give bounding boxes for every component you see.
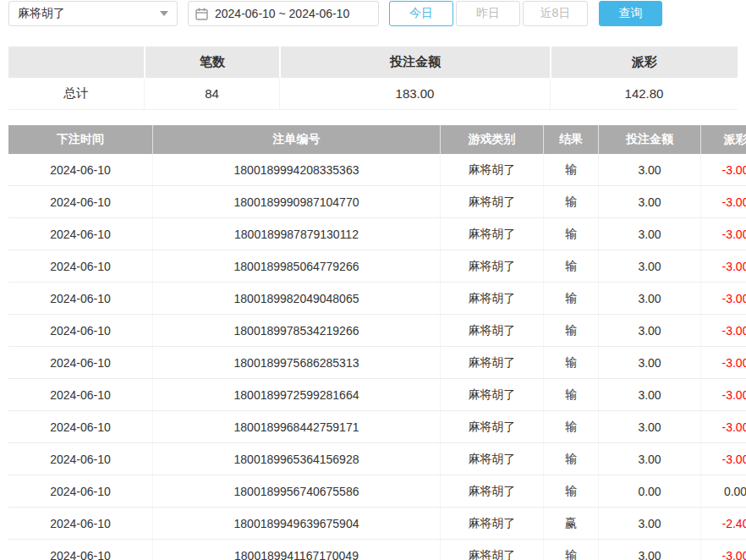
cell-bet-time: 2024-06-10 xyxy=(8,283,152,314)
table-row: 2024-06-10 1800189968442759171 麻将胡了 输 3.… xyxy=(8,411,746,443)
cell-bet-time: 2024-06-10 xyxy=(8,315,152,346)
table-row: 2024-06-10 1800189987879130112 麻将胡了 输 3.… xyxy=(8,218,746,250)
calendar-icon xyxy=(195,8,208,20)
header-game-type: 游戏类别 xyxy=(440,125,543,154)
cell-bet-time: 2024-06-10 xyxy=(8,508,152,539)
game-select[interactable]: 麻将胡了 xyxy=(8,1,178,26)
cell-bet-time: 2024-06-10 xyxy=(8,250,152,282)
cell-game-type: 麻将胡了 xyxy=(440,250,543,282)
cell-order-id: 1800189949639675904 xyxy=(152,508,440,539)
cell-game-type: 麻将胡了 xyxy=(440,411,543,442)
cell-bet-amount: 3.00 xyxy=(598,347,700,378)
cell-bet-time: 2024-06-10 xyxy=(8,475,152,507)
table-row: 2024-06-10 1800189985064779266 麻将胡了 输 3.… xyxy=(8,250,746,283)
table-row: 2024-06-10 1800189990987104770 麻将胡了 输 3.… xyxy=(8,186,746,218)
cell-result: 输 xyxy=(543,475,598,507)
table-row: 2024-06-10 1800189994208335363 麻将胡了 输 3.… xyxy=(8,154,746,186)
cell-result: 输 xyxy=(543,250,598,282)
cell-result: 输 xyxy=(543,347,598,378)
cell-payout: -3.00 xyxy=(700,186,746,217)
header-bet-time: 下注时间 xyxy=(8,125,152,154)
cell-game-type: 麻将胡了 xyxy=(440,443,543,475)
cell-bet-amount: 3.00 xyxy=(598,379,700,410)
today-button[interactable]: 今日 xyxy=(389,1,453,26)
cell-game-type: 麻将胡了 xyxy=(440,379,543,410)
last-8-days-button[interactable]: 近8日 xyxy=(523,1,588,26)
date-range-input[interactable]: 2024-06-10 ~ 2024-06-10 xyxy=(188,1,379,26)
cell-order-id: 1800189994208335363 xyxy=(152,154,440,185)
cell-game-type: 麻将胡了 xyxy=(440,186,543,217)
table-row: 2024-06-10 1800189965364156928 麻将胡了 输 3.… xyxy=(8,443,746,475)
summary-header-blank xyxy=(8,47,144,78)
yesterday-button[interactable]: 昨日 xyxy=(456,1,520,26)
cell-result: 输 xyxy=(543,379,598,410)
cell-bet-amount: 3.00 xyxy=(598,186,700,217)
cell-order-id: 1800189972599281664 xyxy=(152,379,440,410)
cell-order-id: 1800189987879130112 xyxy=(152,218,440,250)
cell-bet-time: 2024-06-10 xyxy=(8,540,152,560)
cell-order-id: 1800189965364156928 xyxy=(152,443,440,475)
cell-bet-amount: 3.00 xyxy=(598,315,700,346)
cell-game-type: 麻将胡了 xyxy=(440,475,543,507)
summary-header-bet-amount: 投注金额 xyxy=(279,47,550,78)
game-select-value: 麻将胡了 xyxy=(18,6,65,21)
cell-bet-time: 2024-06-10 xyxy=(8,218,152,250)
cell-order-id: 1800189975686285313 xyxy=(152,347,440,378)
bet-table-header: 下注时间 注单编号 游戏类别 结果 投注金额 派彩 xyxy=(8,125,746,154)
summary-bet-amount-value: 183.00 xyxy=(279,78,550,109)
cell-payout: -2.40 xyxy=(700,508,746,539)
date-range-value: 2024-06-10 ~ 2024-06-10 xyxy=(215,7,349,20)
cell-order-id: 1800189978534219266 xyxy=(152,315,440,346)
table-row: 2024-06-10 1800189972599281664 麻将胡了 输 3.… xyxy=(8,379,746,411)
cell-payout: -3.00 xyxy=(700,154,746,185)
cell-payout: -3.00 xyxy=(700,347,746,378)
cell-result: 输 xyxy=(543,411,598,442)
cell-order-id: 1800189990987104770 xyxy=(152,186,440,217)
cell-payout: -3.00 xyxy=(700,411,746,442)
cell-bet-amount: 3.00 xyxy=(598,411,700,442)
bet-table-wrapper: 下注时间 注单编号 游戏类别 结果 投注金额 派彩 2024-06-10 180… xyxy=(8,125,746,560)
cell-game-type: 麻将胡了 xyxy=(440,347,543,378)
table-row: 2024-06-10 1800189975686285313 麻将胡了 输 3.… xyxy=(8,347,746,379)
cell-game-type: 麻将胡了 xyxy=(440,154,543,185)
cell-result: 输 xyxy=(543,154,598,185)
summary-total-row: 总计 84 183.00 142.80 xyxy=(8,78,738,110)
cell-result: 输 xyxy=(543,315,598,346)
cell-order-id: 1800189982049048065 xyxy=(152,283,440,314)
cell-payout: -3.00 xyxy=(700,250,746,282)
cell-payout: -3.00 xyxy=(700,218,746,250)
table-row: 2024-06-10 1800189949639675904 麻将胡了 赢 3.… xyxy=(8,508,746,540)
cell-order-id: 1800189968442759171 xyxy=(152,411,440,442)
summary-total-label: 总计 xyxy=(8,78,144,109)
cell-result: 输 xyxy=(543,283,598,314)
cell-bet-amount: 0.00 xyxy=(598,475,700,507)
cell-bet-amount: 3.00 xyxy=(598,508,700,539)
cell-bet-amount: 3.00 xyxy=(598,218,700,250)
cell-result: 输 xyxy=(543,218,598,250)
cell-game-type: 麻将胡了 xyxy=(440,315,543,346)
header-result: 结果 xyxy=(543,125,598,154)
cell-bet-amount: 3.00 xyxy=(598,443,700,475)
cell-payout: -3.00 xyxy=(700,443,746,475)
cell-order-id: 1800189985064779266 xyxy=(152,250,440,282)
summary-count-value: 84 xyxy=(144,78,279,109)
cell-bet-time: 2024-06-10 xyxy=(8,347,152,378)
table-row: 2024-06-10 1800189982049048065 麻将胡了 输 3.… xyxy=(8,283,746,315)
bet-table: 下注时间 注单编号 游戏类别 结果 投注金额 派彩 2024-06-10 180… xyxy=(8,125,746,560)
cell-payout: -3.00 xyxy=(700,540,746,560)
cell-bet-time: 2024-06-10 xyxy=(8,379,152,410)
table-row: 2024-06-10 1800189956740675586 麻将胡了 输 0.… xyxy=(8,475,746,508)
cell-bet-time: 2024-06-10 xyxy=(8,411,152,442)
cell-result: 输 xyxy=(543,186,598,217)
filter-toolbar: 麻将胡了 2024-06-10 ~ 2024-06-10 今日 昨日 近8日 查… xyxy=(8,0,746,27)
cell-bet-time: 2024-06-10 xyxy=(8,154,152,185)
cell-payout: -3.00 xyxy=(700,379,746,410)
table-row: 2024-06-10 1800189978534219266 麻将胡了 输 3.… xyxy=(8,315,746,347)
query-button[interactable]: 查询 xyxy=(599,1,662,26)
bet-table-body: 2024-06-10 1800189994208335363 麻将胡了 输 3.… xyxy=(8,154,746,560)
cell-order-id: 1800189941167170049 xyxy=(152,540,440,560)
cell-payout: 0.00 xyxy=(700,475,746,507)
cell-bet-time: 2024-06-10 xyxy=(8,186,152,217)
cell-bet-amount: 3.00 xyxy=(598,283,700,314)
cell-game-type: 麻将胡了 xyxy=(440,218,543,250)
